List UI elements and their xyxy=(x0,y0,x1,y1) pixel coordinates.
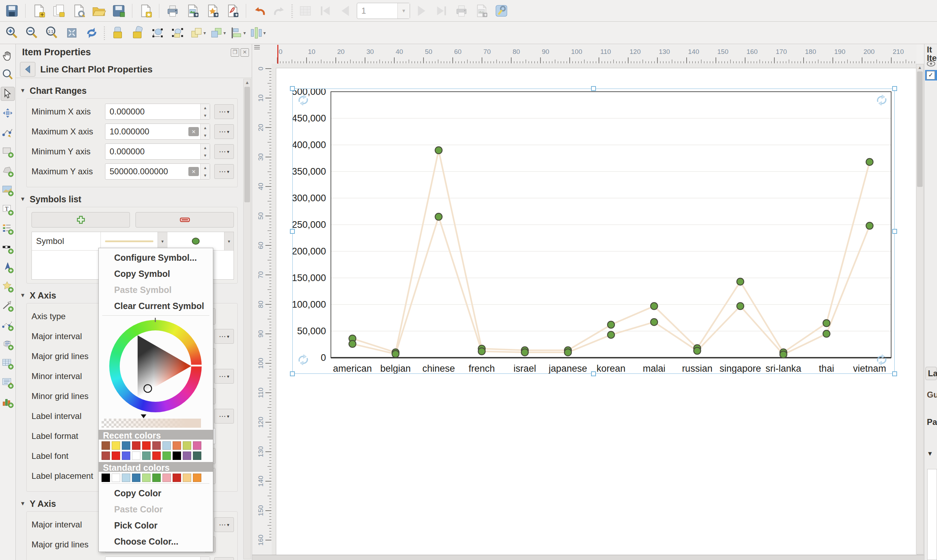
lower-items-button[interactable]: ▾ xyxy=(209,25,226,41)
item-row-selected[interactable]: ✓ xyxy=(925,70,937,80)
back-button[interactable] xyxy=(20,62,35,77)
rotate-item-icon[interactable] xyxy=(297,94,310,107)
guides-label[interactable]: Gu xyxy=(927,390,937,400)
color-swatch[interactable] xyxy=(193,451,201,460)
add-north-arrow-tool[interactable] xyxy=(1,260,15,274)
item-visibility-checkbox[interactable]: ✓ xyxy=(926,71,935,80)
layout-manager-button[interactable] xyxy=(70,2,87,19)
collapse-triangle-icon[interactable]: ▼ xyxy=(20,500,26,507)
scroll-up-icon[interactable]: ▲ xyxy=(244,79,251,86)
color-swatch[interactable] xyxy=(162,451,171,460)
color-swatch[interactable] xyxy=(183,474,191,482)
spinner[interactable]: ▲▼ xyxy=(200,557,210,560)
distribute-items-button[interactable]: ▾ xyxy=(249,25,266,41)
line-chart-item[interactable]: 050,000100,000150,000200,000250,000300,0… xyxy=(292,89,895,374)
atlas-next-button[interactable] xyxy=(413,2,430,19)
add-rectangle-tool[interactable] xyxy=(1,145,15,158)
minor-interval-input[interactable]: 50000.000000 ⨯ ▲▼ xyxy=(105,557,210,560)
refresh-view-button[interactable] xyxy=(83,25,100,41)
undo-button[interactable] xyxy=(251,2,268,19)
add-arrow-tool[interactable] xyxy=(1,298,15,312)
zoom-in-button[interactable] xyxy=(3,25,20,41)
open-folder-button[interactable] xyxy=(90,2,107,19)
data-defined-override-button[interactable]: ⋯▾ xyxy=(214,124,234,139)
spinner[interactable]: ▲▼ xyxy=(200,124,210,139)
color-swatch[interactable] xyxy=(102,451,110,460)
export-image-button[interactable] xyxy=(184,2,201,19)
data-defined-override-button[interactable]: ⋯▾ xyxy=(214,144,234,159)
atlas-prev-button[interactable] xyxy=(337,2,354,19)
add-shape-tool[interactable] xyxy=(1,279,15,293)
spin-down-icon[interactable]: ▼ xyxy=(200,152,210,159)
float-panel-icon[interactable]: ❐ xyxy=(231,48,239,57)
saturation-triangle[interactable] xyxy=(109,320,202,412)
selection-handle[interactable] xyxy=(892,229,897,234)
export-svg-button[interactable] xyxy=(204,2,221,19)
selection-handle[interactable] xyxy=(892,86,897,91)
data-defined-override-button[interactable]: ⋯▾ xyxy=(214,409,234,423)
spin-up-icon[interactable]: ▲ xyxy=(200,557,210,560)
color-swatch[interactable] xyxy=(183,451,191,460)
add-html-tool[interactable] xyxy=(1,337,15,351)
select-move-item-tool[interactable] xyxy=(1,87,15,101)
redo-button[interactable] xyxy=(271,2,288,19)
atlas-print-button[interactable] xyxy=(453,2,470,19)
rotate-item-icon[interactable] xyxy=(875,94,888,107)
print-layout-button[interactable] xyxy=(164,2,181,19)
color-swatch[interactable] xyxy=(173,442,181,450)
selection-handle[interactable] xyxy=(892,371,897,376)
selection-handle[interactable] xyxy=(290,229,295,234)
color-swatch[interactable] xyxy=(173,451,181,460)
spinner[interactable]: ▲▼ xyxy=(200,104,210,119)
atlas-page-value[interactable]: 1 xyxy=(357,3,398,18)
spin-up-icon[interactable]: ▲ xyxy=(200,104,210,112)
dropdown-arrow-icon[interactable]: ▾ xyxy=(243,30,246,36)
close-panel-icon[interactable]: ✕ xyxy=(240,48,249,57)
data-defined-override-button[interactable]: ⋯▾ xyxy=(214,557,234,560)
atlas-preview-button[interactable] xyxy=(297,2,314,19)
color-swatch[interactable] xyxy=(122,474,130,482)
selection-handle[interactable] xyxy=(591,371,596,376)
color-swatch[interactable] xyxy=(173,474,181,482)
add-items-from-template-button[interactable] xyxy=(137,2,154,19)
spinner[interactable]: ▲▼ xyxy=(200,144,210,159)
color-swatch[interactable] xyxy=(132,474,140,482)
collapse-triangle-icon[interactable]: ▼ xyxy=(20,88,26,94)
color-wheel-widget[interactable] xyxy=(99,317,213,418)
data-defined-override-button[interactable]: ⋯▾ xyxy=(214,164,234,179)
rotate-item-icon[interactable] xyxy=(297,353,310,366)
spin-up-icon[interactable]: ▲ xyxy=(200,124,210,132)
dropdown-arrow-icon[interactable]: ▾ xyxy=(203,30,206,36)
horizontal-scrollbar[interactable] xyxy=(252,555,925,560)
tab-layout[interactable]: La xyxy=(925,367,937,380)
panel-scrollbar[interactable]: ▲ xyxy=(243,79,251,559)
color-swatch[interactable] xyxy=(142,474,151,482)
add-scalebar-tool[interactable] xyxy=(1,241,15,255)
color-swatch[interactable] xyxy=(142,451,151,460)
duplicate-layout-button[interactable] xyxy=(51,2,67,19)
color-swatch[interactable] xyxy=(152,442,161,450)
color-swatch[interactable] xyxy=(122,451,130,460)
menu-item-pick-color[interactable]: Pick Color xyxy=(99,517,213,534)
opacity-slider[interactable] xyxy=(102,418,201,428)
maximum-y-axis-input[interactable]: 500000.000000 ⨯ ▲▼ xyxy=(105,163,210,180)
move-item-content-tool[interactable] xyxy=(1,106,15,120)
add-symbol-button[interactable] xyxy=(31,212,130,228)
save-project-button[interactable] xyxy=(3,2,20,19)
zoom-tool-tool[interactable] xyxy=(1,68,15,82)
maximum-x-axis-input[interactable]: 10.000000 ⨯ ▲▼ xyxy=(105,123,210,140)
menu-item-choose-color[interactable]: Choose Color... xyxy=(99,534,213,549)
color-swatch[interactable] xyxy=(132,442,140,450)
dropdown-arrow-icon[interactable]: ▾ xyxy=(263,30,266,36)
add-map-tool[interactable] xyxy=(1,183,15,197)
atlas-last-button[interactable] xyxy=(433,2,450,19)
color-swatch[interactable] xyxy=(112,474,120,482)
atlas-first-button[interactable] xyxy=(317,2,334,19)
scrollbar-thumb[interactable] xyxy=(244,87,250,202)
spin-down-icon[interactable]: ▼ xyxy=(200,132,210,139)
raise-items-button[interactable]: ▾ xyxy=(189,25,206,41)
rotate-item-icon[interactable] xyxy=(875,353,888,366)
spin-down-icon[interactable]: ▼ xyxy=(200,112,210,119)
select-marquee-button[interactable] xyxy=(149,25,166,41)
align-items-button[interactable]: ▾ xyxy=(229,25,246,41)
